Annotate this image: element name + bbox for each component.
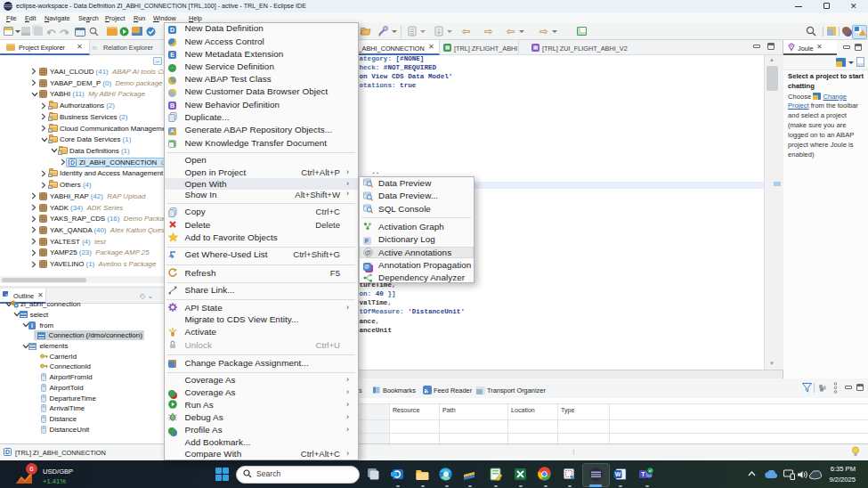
svg-text:W: W xyxy=(615,471,621,477)
svg-text:T: T xyxy=(641,471,645,477)
svg-text:@: @ xyxy=(364,248,370,256)
